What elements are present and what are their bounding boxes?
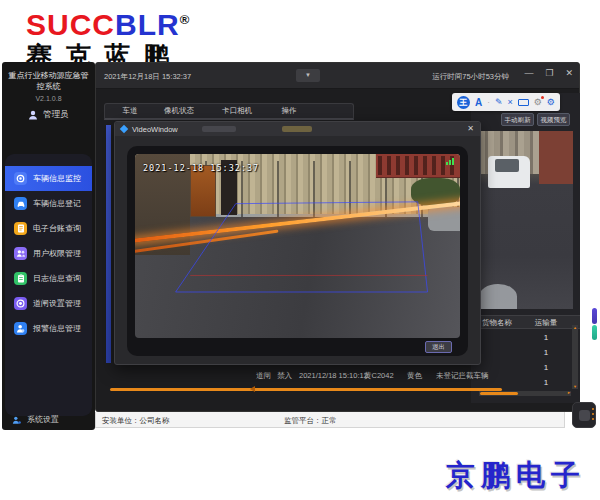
sidebar-menu: 车辆信息监控 车辆信息登记 电子台账查询 用户权限管理 日志信息查询 道闸设置管… [5, 154, 92, 416]
app-title: 重点行业移动源应急管控系统 [2, 62, 95, 93]
selected-row-highlight [106, 125, 111, 363]
wrench-icon[interactable]: ⚙ [534, 98, 542, 107]
sidebar-item-log-query[interactable]: 日志信息查询 [5, 266, 92, 291]
brand-logo: SUCCBLR® 赛克蓝鹏 [26, 4, 190, 71]
sidebar: 重点行业移动源应急管控系统 V2.1.0.8 管理员 车辆信息监控 车辆信息登记… [2, 62, 95, 430]
ime-latin-icon[interactable]: A [475, 97, 482, 108]
column-checkpoint-camera[interactable]: 卡口相机 [211, 106, 263, 116]
sidebar-item-ledger-query[interactable]: 电子台账查询 [5, 216, 92, 241]
person-alert-icon [14, 322, 27, 335]
monitor-icon [14, 172, 27, 185]
table-row[interactable]: 1 [471, 331, 569, 346]
watermark-text: 京鹏电子 [446, 456, 586, 496]
edge-handle-teal[interactable] [592, 325, 597, 340]
install-unit-label: 安装单位： [102, 416, 140, 425]
gate-gear-icon [14, 297, 27, 310]
scroll-up-icon[interactable]: ▲ [572, 325, 578, 330]
column-actions[interactable]: 操作 [269, 106, 309, 116]
sidebar-item-gate-settings[interactable]: 道闸设置管理 [5, 291, 92, 316]
table-row[interactable]: 1 [471, 346, 569, 361]
desktop: SUCCBLR® 赛克蓝鹏 重点行业移动源应急管控系统 V2.1.0.8 管理员… [0, 0, 600, 500]
preview-white-car [488, 156, 529, 188]
cargo-table-header: 货物名称 运输量 [471, 315, 580, 329]
alarm-action: 禁入 [277, 371, 292, 381]
exit-button[interactable]: 退出 [425, 341, 452, 353]
ime-mode-icon[interactable]: 王 [457, 96, 470, 109]
signal-strength-icon [446, 158, 454, 165]
capture-tool-button[interactable] [572, 402, 596, 428]
preview-snow-patch [479, 284, 517, 309]
window-controls: — ❐ ✕ [524, 68, 573, 78]
ime-close-icon[interactable]: × [507, 98, 512, 107]
right-panel: 手动刷新 视频预览 货物名称 运输量 1 1 1 1 ▲ ▼ [471, 93, 580, 403]
alarm-plate: 黄C2042 [364, 371, 394, 381]
column-lane[interactable]: 车道 [113, 106, 147, 116]
video-close-icon[interactable]: ✕ [467, 124, 474, 133]
column-cargo-qty: 运输量 [523, 318, 569, 328]
install-unit: 安装单位：公司名称 [102, 416, 170, 426]
qty-value: 1 [523, 333, 569, 342]
platform-status: 监管平台：正常 [284, 416, 337, 426]
maximize-button[interactable]: ❐ [545, 68, 553, 78]
marquee-arrow-icon [250, 386, 255, 392]
clipboard-icon [14, 272, 27, 285]
user-name: 管理员 [43, 109, 69, 121]
current-datetime: 2021年12月18日 15:32:37 [104, 72, 191, 82]
header-dropdown-button[interactable]: ▼ [296, 69, 320, 82]
lane-table-header: 车道 像机状态 卡口相机 操作 [104, 103, 354, 120]
qty-value: 1 [523, 348, 569, 357]
alarm-result: 未登记拦截车辆 [436, 371, 489, 381]
sidebar-item-vehicle-monitor[interactable]: 车辆信息监控 [5, 166, 92, 191]
video-window-title: VideoWindow [132, 125, 178, 134]
sidebar-item-label: 车辆信息监控 [33, 173, 81, 184]
sidebar-item-alarm-management[interactable]: 报警信息管理 [5, 316, 92, 341]
car-icon [14, 197, 27, 210]
scrollbar-thumb[interactable] [480, 392, 518, 395]
scroll-right-icon[interactable]: ► [567, 390, 571, 395]
close-button[interactable]: ✕ [565, 68, 573, 78]
user-icon [28, 110, 38, 120]
pen-icon[interactable]: ✎ [495, 98, 503, 107]
scroll-down-icon[interactable]: ▼ [572, 384, 578, 389]
status-bar: 安装单位：公司名称 监管平台：正常 [95, 412, 565, 428]
sidebar-item-vehicle-register[interactable]: 车辆信息登记 [5, 191, 92, 216]
video-preview-button[interactable]: 视频预览 [537, 113, 570, 126]
video-timestamp: 2021-12-18 15:32:37 [143, 163, 259, 173]
video-feed[interactable]: 2021-12-18 15:32:37 [135, 154, 460, 338]
video-window: VideoWindow ✕ [114, 121, 481, 365]
alarm-marquee-row: 道闸 禁入 2021/12/18 15:10:12 黄C2042 黄色 未登记拦… [96, 371, 579, 383]
sidebar-item-label: 车辆信息登记 [33, 198, 81, 209]
brand-blue-text: BLR [115, 8, 180, 41]
edge-handle-purple[interactable] [592, 308, 597, 324]
video-window-titlebar[interactable]: VideoWindow ✕ [115, 122, 480, 136]
titlebar-chip [202, 126, 236, 132]
preview-red-building [539, 131, 573, 184]
marquee-scrollbar[interactable] [110, 388, 502, 391]
main-window: 2021年12月18日 15:32:37 ▼ 运行时间75小时53分钟 — ❐ … [95, 62, 580, 412]
ime-punctuation-icon[interactable]: · [487, 98, 490, 107]
install-unit-value: 公司名称 [140, 416, 170, 425]
runtime-label: 运行时间75小时53分钟 [432, 72, 509, 82]
platform-label: 监管平台： [284, 416, 322, 425]
minimize-button[interactable]: — [524, 68, 533, 78]
keyboard-icon[interactable] [518, 99, 529, 106]
sidebar-item-user-rights[interactable]: 用户权限管理 [5, 241, 92, 266]
sidebar-item-label: 日志信息查询 [33, 273, 81, 284]
manual-refresh-button[interactable]: 手动刷新 [501, 113, 534, 126]
brand-red-text: SUCC [26, 8, 115, 41]
right-panel-buttons: 手动刷新 视频预览 [501, 113, 570, 126]
window-header: 2021年12月18日 15:32:37 ▼ 运行时间75小时53分钟 — ❐ … [96, 63, 579, 89]
system-settings-label: 系统设置 [27, 414, 59, 425]
gear-icon[interactable]: ⚙ [547, 98, 555, 107]
horizontal-scrollbar[interactable]: ► [479, 391, 571, 396]
capture-icon [579, 410, 590, 421]
settings-person-icon [12, 415, 22, 425]
camera-preview[interactable] [479, 131, 573, 309]
sidebar-item-system-settings[interactable]: 系统设置 [12, 414, 59, 425]
column-camera-status[interactable]: 像机状态 [153, 106, 205, 116]
detection-zone-overlay [135, 154, 460, 338]
capture-tool-dots [592, 408, 594, 410]
video-window-icon [120, 125, 128, 133]
app-version: V2.1.0.8 [2, 95, 95, 102]
platform-value: 正常 [322, 416, 337, 425]
